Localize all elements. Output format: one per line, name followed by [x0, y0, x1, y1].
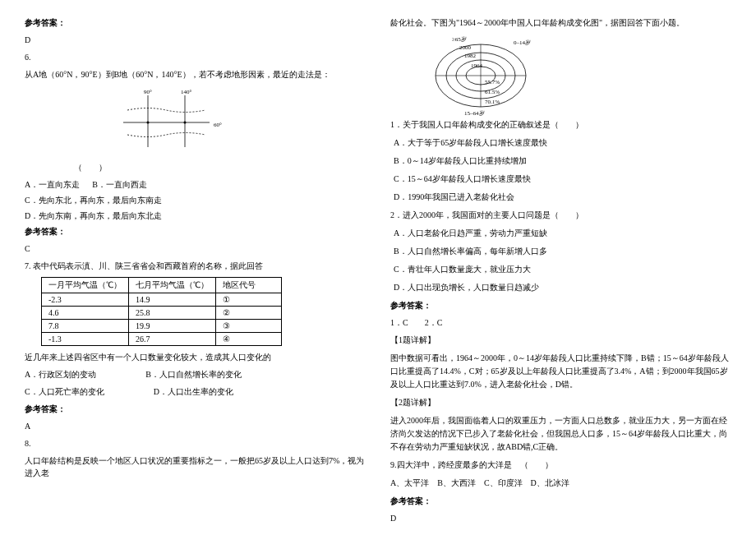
inner-num: 70.1%	[485, 99, 500, 105]
option-b: B．一直向西走	[92, 180, 147, 189]
question-text: 从A地（60°N，90°E）到B地（60°N，140°E），若不考虑地形因素，最…	[25, 68, 366, 81]
globe-diagram: 90° 140° 60°	[99, 85, 230, 159]
label-140: 140°	[181, 89, 192, 95]
answer-value: D	[25, 34, 366, 46]
question-number: 8.	[25, 437, 366, 450]
option-c: C．15～64岁年龄段人口增长速度最快	[390, 173, 731, 186]
option-b: B．人口自然增长率偏高，每年新增人口多	[390, 245, 731, 258]
inner-num: 2000	[459, 44, 472, 51]
question-text: 9.四大洋中，跨经度最多的大洋是 （ ）	[390, 459, 731, 472]
svg-point-4	[184, 122, 187, 124]
explanation-header: 【1题详解】	[390, 334, 731, 347]
table-row: -1.3 26.7 ④	[42, 333, 282, 346]
inner-num: 1982	[464, 53, 477, 59]
label-65: ≥65岁	[452, 36, 467, 43]
table-header: 一月平均气温（℃）	[42, 278, 129, 293]
table-cell: ①	[216, 293, 282, 307]
question-text: 人口年龄结构是反映一个地区人口状况的重要指标之一，一般把65岁及以上人口达到7%…	[25, 454, 366, 479]
table-header: 地区代号	[216, 278, 282, 293]
option-b: B、大西洋	[437, 478, 476, 487]
table-row: 7.8 19.9 ③	[42, 320, 282, 333]
table-row: -2.3 14.9 ①	[42, 293, 282, 307]
table-cell: 7.8	[42, 320, 129, 333]
option-a: A．大于等于65岁年龄段人口增长速度最快	[390, 136, 731, 150]
option-a: A、太平洋	[390, 478, 429, 487]
table-cell: 14.9	[129, 293, 216, 307]
sub-question-2: 2．进入2000年，我国面对的主要人口问题是（ ）	[390, 209, 731, 222]
option-d: D、北冰洋	[531, 478, 569, 487]
blank-paren: （ ）	[74, 161, 366, 173]
table-cell: 26.7	[129, 333, 216, 346]
table-header: 七月平均气温（℃）	[129, 278, 216, 293]
option-c: C．先向东北，再向东，最后向东南走	[25, 194, 366, 206]
age-structure-diagram: ≥65岁 0–14岁 15–64岁 1964 1982 2000 55.7% 6…	[423, 35, 546, 117]
table-cell: 19.9	[129, 320, 216, 333]
label-014: 0–14岁	[514, 39, 531, 46]
table-cell: -1.3	[42, 333, 129, 346]
option-c: C．人口死亡率的变化	[25, 385, 104, 398]
table-cell: -2.3	[42, 293, 129, 307]
table-cell: ③	[216, 320, 282, 333]
explanation-text: 进入2000年后，我国面临着人口的双重压力，一方面人口总数多，就业压力大，另一方…	[390, 414, 731, 454]
answer-label: 参考答案：	[25, 403, 366, 415]
answer-label: 参考答案：	[390, 495, 731, 507]
table-cell: 4.6	[42, 307, 129, 320]
explanation-text: 图中数据可看出，1964～2000年，0～14岁年龄段人口比重持续下降，B错；1…	[390, 352, 731, 391]
explanation-header: 【2题详解】	[390, 396, 731, 409]
svg-point-3	[147, 122, 150, 124]
inner-num: 1964	[471, 62, 483, 69]
option-d: D．先向东南，再向东，最后向东北走	[25, 210, 366, 222]
option-d: D．人口出现负增长，人口数量日趋减少	[390, 281, 731, 294]
question-text: 7. 表中代码表示滇、川、陕三省省会和西藏首府的名称，据此回答	[25, 260, 366, 272]
inner-num: 55.7%	[485, 79, 500, 85]
sub-question-1: 1．关于我国人口年龄构成变化的正确叙述是（ ）	[390, 118, 731, 131]
answer-label: 参考答案：	[25, 225, 366, 238]
option-b: B．人口自然增长率的变化	[145, 368, 242, 380]
option-d: D．人口出生率的变化	[154, 385, 233, 398]
answer-label: 参考答案：	[25, 16, 366, 29]
answer-label: 参考答案：	[390, 299, 731, 311]
option-a: A．一直向东走	[25, 180, 80, 189]
option-d: D．1990年我国已进入老龄化社会	[390, 191, 731, 204]
label-1564: 15–64岁	[464, 110, 485, 117]
inner-num: 61.5%	[485, 89, 500, 95]
option-b: B．0～14岁年龄段人口比重持续增加	[390, 155, 731, 168]
question-text-cont: 龄化社会。下图为"1964～2000年中国人口年龄构成变化图"，据图回答下面小题…	[390, 16, 731, 30]
table-row: 4.6 25.8 ②	[42, 307, 282, 320]
answer-value: A	[25, 420, 366, 432]
table-cell: 25.8	[129, 307, 216, 320]
question-number: 6.	[25, 51, 366, 63]
answer-value: C	[25, 242, 366, 255]
climate-table: 一月平均气温（℃） 七月平均气温（℃） 地区代号 -2.3 14.9 ① 4.6…	[41, 277, 282, 346]
table-row: 一月平均气温（℃） 七月平均气温（℃） 地区代号	[42, 278, 282, 293]
table-cell: ④	[216, 333, 282, 346]
option-a: A．人口老龄化日趋严重，劳动力严重短缺	[390, 227, 731, 240]
answer-value: 1．C 2．C	[390, 316, 731, 329]
table-cell: ②	[216, 307, 282, 320]
option-a: A．行政区划的变动	[25, 368, 96, 380]
label-60: 60°	[214, 122, 222, 128]
answer-value: D	[390, 512, 731, 524]
question-subtext: 近几年来上述四省区中有一个人口数量变化较大，造成其人口变化的	[25, 351, 366, 363]
option-c: C．青壮年人口数量庞大，就业压力大	[390, 263, 731, 276]
label-90: 90°	[144, 89, 152, 95]
option-c: C、印度洋	[484, 478, 523, 487]
